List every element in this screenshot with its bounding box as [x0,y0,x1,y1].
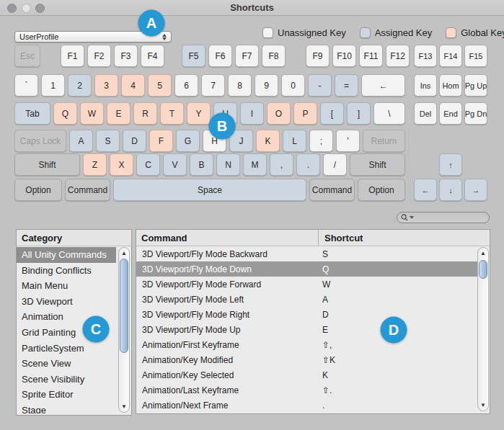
key-arrow-left[interactable]: ← [414,179,437,201]
key-equals[interactable]: = [335,74,358,97]
key-a[interactable]: A [69,130,93,152]
search-input[interactable] [415,213,485,222]
key-x[interactable]: X [110,153,133,176]
category-item-main-menu[interactable]: Main Menu [17,278,116,294]
key-shift-right[interactable]: Shift [350,153,405,176]
scroll-up-arrow-icon[interactable]: ▲ [478,248,488,258]
key-p[interactable]: P [293,102,317,125]
key-e[interactable]: E [107,102,131,125]
category-scrollbar[interactable]: ▲ ▼ [118,247,130,413]
key-bracket-right[interactable]: ] [347,102,371,125]
key-del[interactable]: Del [414,102,437,125]
key-o[interactable]: O [267,102,291,125]
key-caps-lock[interactable]: Caps Lock [14,130,66,152]
key-f5[interactable]: F5 [182,45,205,67]
key-option-left[interactable]: Option [14,179,62,201]
category-scrollbar-thumb[interactable] [120,259,128,353]
table-row[interactable]: Animation/Key Modified⇧K [136,352,477,367]
key-f6[interactable]: F6 [208,45,232,67]
key-end[interactable]: End [439,102,462,125]
key-arrow-down[interactable]: ↓ [439,179,462,201]
key-comma[interactable]: , [270,153,293,176]
key-t[interactable]: T [160,102,184,125]
table-row[interactable]: 3D Viewport/Fly Mode BackwardS [136,246,477,261]
key-f15[interactable]: F15 [464,45,487,67]
category-item-scene-visibility[interactable]: Scene Visibility [17,372,116,388]
key-f11[interactable]: F11 [359,45,383,67]
table-row[interactable]: 3D Viewport/Fly Mode DownQ [136,261,477,277]
key-q[interactable]: Q [53,102,77,125]
key-i[interactable]: I [240,102,264,125]
key-command-left[interactable]: Command [65,179,110,201]
key-command-right[interactable]: Command [309,179,355,201]
key-backslash[interactable]: \ [373,102,405,125]
key-f12[interactable]: F12 [386,45,410,67]
key-n[interactable]: N [216,153,240,176]
key-hom[interactable]: Hom [439,74,462,97]
key-minus[interactable]: - [308,74,332,97]
key-period[interactable]: . [296,153,320,176]
key-0[interactable]: 0 [281,74,305,97]
key-f2[interactable]: F2 [87,45,111,67]
key-v[interactable]: V [163,153,187,176]
key-quote[interactable]: ' [336,130,360,152]
key-f4[interactable]: F4 [141,45,164,67]
key-f10[interactable]: F10 [332,45,356,67]
key-pg-dn[interactable]: Pg Dn [464,102,487,125]
key-s[interactable]: S [96,130,120,152]
key-1[interactable]: 1 [41,74,65,97]
table-row[interactable]: Animation/Next Frame. [136,398,477,412]
key-z[interactable]: Z [83,153,107,176]
table-scrollbar-thumb[interactable] [479,260,487,279]
table-row[interactable]: 3D Viewport/Fly Mode LeftA [136,292,477,307]
key-7[interactable]: 7 [201,74,225,97]
category-item-all-unity-commands[interactable]: All Unity Commands [17,247,116,263]
key-space[interactable]: Space [113,179,306,201]
key-arrow-up[interactable]: ↑ [439,153,462,176]
category-item-particlesystem[interactable]: ParticleSystem [17,341,116,357]
key-tab[interactable]: Tab [14,102,50,125]
scroll-up-arrow-icon[interactable]: ▲ [119,248,129,258]
key-4[interactable]: 4 [121,74,145,97]
table-row[interactable]: Animation/First Keyframe⇧, [136,337,477,352]
key-b[interactable]: B [190,153,213,176]
key-semicolon[interactable]: ; [309,130,333,152]
category-item-sprite-editor[interactable]: Sprite Editor [17,387,116,403]
table-row[interactable]: Animation/Last Keyframe⇧. [136,382,477,398]
key-ins[interactable]: Ins [414,74,437,97]
scroll-down-arrow-icon[interactable]: ▼ [119,402,129,411]
key-slash[interactable]: / [323,153,347,176]
category-item-binding-conflicts[interactable]: Binding Conflicts [17,263,116,279]
search-field[interactable] [397,212,490,223]
category-item-stage[interactable]: Stage [17,403,116,413]
key-shift-left[interactable]: Shift [14,153,80,176]
key-r[interactable]: R [133,102,157,125]
scroll-down-arrow-icon[interactable]: ▼ [478,400,488,410]
key-8[interactable]: 8 [228,74,252,97]
table-row[interactable]: 3D Viewport/Fly Mode UpE [136,322,477,337]
category-item-scene-view[interactable]: Scene View [17,356,116,372]
table-row[interactable]: Animation/Key SelectedK [136,367,477,382]
key-2[interactable]: 2 [68,74,92,97]
key-9[interactable]: 9 [255,74,278,97]
key-f14[interactable]: F14 [439,45,462,67]
key-backtick[interactable]: ` [14,74,38,97]
key-m[interactable]: M [243,153,267,176]
key-return[interactable]: Return [363,130,405,152]
category-item-3d-viewport[interactable]: 3D Viewport [17,294,116,310]
table-row[interactable]: 3D Viewport/Fly Mode ForwardW [136,277,477,292]
key-f1[interactable]: F1 [61,45,84,67]
key-f9[interactable]: F9 [306,45,330,67]
key-y[interactable]: Y [187,102,211,125]
table-row[interactable]: 3D Viewport/Fly Mode RightD [136,307,477,322]
key-f3[interactable]: F3 [114,45,138,67]
key-arrow-right[interactable]: → [464,179,487,201]
key-f8[interactable]: F8 [262,45,286,67]
key-g[interactable]: G [176,130,200,152]
key-bracket-left[interactable]: [ [320,102,344,125]
key-w[interactable]: W [80,102,104,125]
key-f7[interactable]: F7 [235,45,259,67]
key-backspace[interactable]: ← [361,74,405,97]
key-5[interactable]: 5 [148,74,172,97]
key-3[interactable]: 3 [94,74,118,97]
